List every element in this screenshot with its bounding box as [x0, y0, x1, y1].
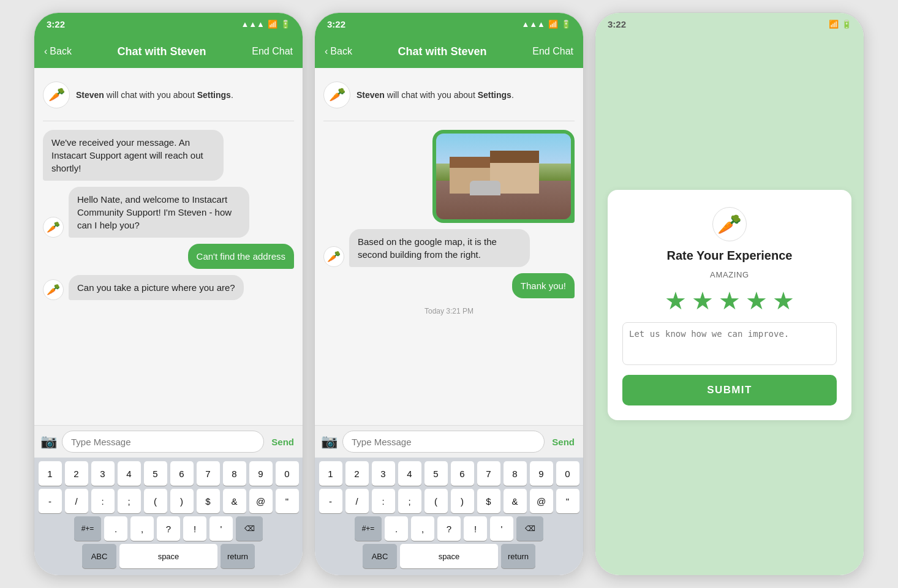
- stars-container: ★ ★ ★ ★ ★: [665, 287, 794, 315]
- battery-icon-2: 🔋: [561, 20, 571, 29]
- kb-key-return[interactable]: return: [221, 544, 255, 568]
- kb-row-symbols: - / : ; ( ) $ & @ ": [37, 489, 300, 513]
- kb-key-6[interactable]: 6: [170, 461, 194, 486]
- kb-key-9[interactable]: 9: [249, 461, 273, 486]
- chat-area-2: 🥕 Steven will chat with you about Settin…: [315, 68, 583, 425]
- kb-key-dash[interactable]: -: [39, 489, 62, 513]
- message-input-bar-1: 📷 Send: [34, 425, 303, 458]
- wifi-icon-3: 📶: [829, 20, 839, 29]
- kb-key-rparen[interactable]: ): [170, 489, 194, 513]
- kb2-key-apostrophe[interactable]: ': [490, 516, 513, 541]
- kb-key-5[interactable]: 5: [144, 461, 167, 486]
- keyboard-1: 1 2 3 4 5 6 7 8 9 0 - / : ; ( ) $ & @: [34, 458, 303, 575]
- back-button-2[interactable]: ‹ Back: [325, 46, 352, 57]
- star-5[interactable]: ★: [772, 287, 794, 315]
- kb-key-period[interactable]: .: [104, 516, 127, 541]
- kb-key-exclaim[interactable]: !: [183, 516, 206, 541]
- kb-key-4[interactable]: 4: [118, 461, 141, 486]
- kb2-key-7[interactable]: 7: [477, 461, 500, 486]
- kb-key-semi[interactable]: ;: [118, 489, 141, 513]
- kb-key-abc[interactable]: ABC: [82, 544, 116, 568]
- agent-avatar-1: 🥕: [43, 81, 70, 108]
- kb2-key-dollar[interactable]: $: [477, 489, 500, 513]
- kb-key-comma[interactable]: ,: [130, 516, 154, 541]
- kb-key-lparen[interactable]: (: [144, 489, 167, 513]
- agent-intro-text-1: Steven will chat with you about Settings…: [76, 90, 233, 100]
- rating-feedback-input[interactable]: [622, 322, 837, 365]
- star-4[interactable]: ★: [745, 287, 768, 315]
- kb-key-amp[interactable]: &: [223, 489, 246, 513]
- agent-intro-1: 🥕 Steven will chat with you about Settin…: [43, 75, 294, 112]
- nav-bar-2: ‹ Back Chat with Steven End Chat: [315, 35, 583, 68]
- rating-title: Rate Your Experience: [667, 249, 793, 263]
- kb-key-question[interactable]: ?: [157, 516, 180, 541]
- kb2-key-6[interactable]: 6: [451, 461, 474, 486]
- kb2-key-at[interactable]: @: [530, 489, 553, 513]
- kb2-key-abc[interactable]: ABC: [363, 544, 397, 568]
- battery-icon-3: 🔋: [842, 20, 851, 29]
- kb2-key-backspace[interactable]: ⌫: [516, 516, 543, 541]
- kb2-key-4[interactable]: 4: [398, 461, 421, 486]
- status-time-1: 3:22: [47, 19, 65, 29]
- end-chat-button-2[interactable]: End Chat: [532, 46, 573, 57]
- status-icons-2: ▲▲▲ 📶 🔋: [521, 20, 571, 29]
- phone-3: 3:22 📶 🔋 🥕 Rate Your Experience AMAZING …: [595, 12, 864, 576]
- kb2-key-lparen[interactable]: (: [424, 489, 448, 513]
- phones-container: 3:22 ▲▲▲ 📶 🔋 ‹ Back Chat with Steven End…: [21, 0, 877, 588]
- kb2-key-9[interactable]: 9: [530, 461, 553, 486]
- kb-key-slash[interactable]: /: [65, 489, 88, 513]
- star-3[interactable]: ★: [719, 287, 741, 315]
- kb-key-at[interactable]: @: [249, 489, 273, 513]
- kb2-key-slash[interactable]: /: [345, 489, 369, 513]
- end-chat-button-1[interactable]: End Chat: [252, 46, 293, 57]
- send-button-2[interactable]: Send: [549, 437, 577, 447]
- back-button-1[interactable]: ‹ Back: [44, 46, 72, 57]
- kb2-key-0[interactable]: 0: [556, 461, 579, 486]
- kb-key-3[interactable]: 3: [91, 461, 115, 486]
- star-1[interactable]: ★: [665, 287, 687, 315]
- submit-button[interactable]: SUBMIT: [622, 375, 837, 405]
- kb2-key-semi[interactable]: ;: [398, 489, 421, 513]
- kb-key-dollar[interactable]: $: [197, 489, 220, 513]
- kb-key-8[interactable]: 8: [223, 461, 246, 486]
- status-time-3: 3:22: [608, 19, 626, 29]
- kb2-key-dash[interactable]: -: [319, 489, 342, 513]
- camera-icon-2[interactable]: 📷: [321, 434, 338, 450]
- kb2-key-amp[interactable]: &: [504, 489, 527, 513]
- kb-key-backspace[interactable]: ⌫: [236, 516, 263, 541]
- kb-key-hashplus[interactable]: #+=: [74, 516, 101, 541]
- kb2-key-question[interactable]: ?: [437, 516, 461, 541]
- kb2-key-3[interactable]: 3: [372, 461, 395, 486]
- wifi-icon: 📶: [268, 20, 277, 29]
- camera-icon-1[interactable]: 📷: [40, 434, 57, 450]
- kb-key-apostrophe[interactable]: ': [209, 516, 233, 541]
- kb2-key-8[interactable]: 8: [504, 461, 527, 486]
- kb-key-colon[interactable]: :: [91, 489, 115, 513]
- kb-key-0[interactable]: 0: [276, 461, 299, 486]
- kb-key-7[interactable]: 7: [197, 461, 220, 486]
- kb-key-2[interactable]: 2: [65, 461, 88, 486]
- kb2-key-hashplus[interactable]: #+=: [355, 516, 382, 541]
- kb2-key-period[interactable]: .: [385, 516, 408, 541]
- kb-key-quote[interactable]: ": [276, 489, 299, 513]
- message-row-1: We've received your message. An Instacar…: [43, 130, 294, 181]
- kb2-key-return[interactable]: return: [501, 544, 535, 568]
- keyboard-2: 1 2 3 4 5 6 7 8 9 0 - / : ; ( ) $ & @: [315, 458, 583, 575]
- message-row-6: Thank you!: [323, 273, 575, 298]
- kb-key-space[interactable]: space: [119, 544, 217, 568]
- kb-key-1[interactable]: 1: [39, 461, 62, 486]
- kb2-key-comma[interactable]: ,: [411, 516, 434, 541]
- kb2-key-5[interactable]: 5: [424, 461, 448, 486]
- wifi-icon-2: 📶: [548, 20, 558, 29]
- kb2-key-colon[interactable]: :: [372, 489, 395, 513]
- kb2-key-space[interactable]: space: [400, 544, 498, 568]
- kb2-key-rparen[interactable]: ): [451, 489, 474, 513]
- send-button-1[interactable]: Send: [269, 437, 296, 447]
- kb2-key-exclaim[interactable]: !: [464, 516, 487, 541]
- kb2-key-2[interactable]: 2: [345, 461, 369, 486]
- message-input-2[interactable]: [342, 431, 545, 453]
- kb2-key-1[interactable]: 1: [319, 461, 342, 486]
- kb2-key-quote[interactable]: ": [556, 489, 579, 513]
- message-input-1[interactable]: [62, 431, 264, 453]
- star-2[interactable]: ★: [692, 287, 714, 315]
